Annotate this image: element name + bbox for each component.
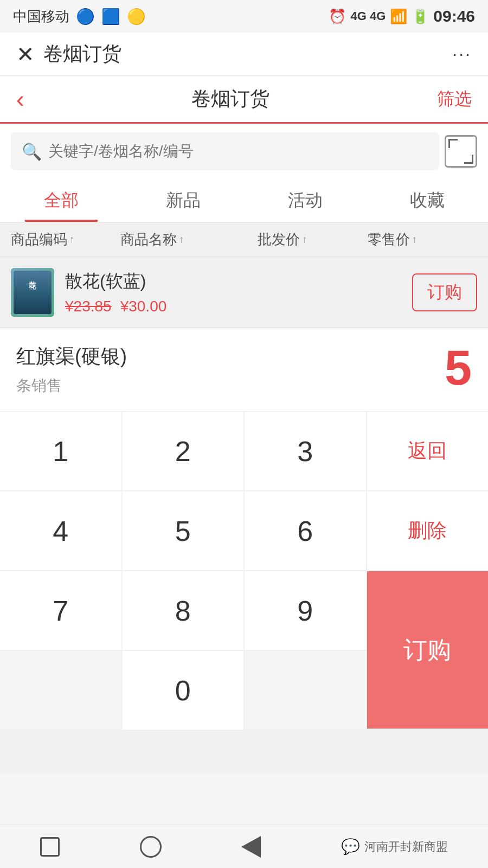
key-empty-left xyxy=(0,651,121,730)
title-bar-left: ✕ 卷烟订货 xyxy=(16,41,121,67)
back-button[interactable]: ‹ xyxy=(16,86,24,113)
tab-fav[interactable]: 收藏 xyxy=(366,179,488,222)
numpad: 1 2 3 返回 4 5 6 删除 7 8 9 订购 0 xyxy=(0,412,488,730)
app-logo-area: 💬 河南开封新商盟 xyxy=(341,838,448,856)
product-info: 散花(软蓝) ¥23.85 ¥30.00 xyxy=(65,270,401,315)
close-button[interactable]: ✕ xyxy=(16,42,35,67)
key-3[interactable]: 3 xyxy=(245,412,366,490)
key-delete[interactable]: 删除 xyxy=(367,492,489,570)
nav-recent-button[interactable] xyxy=(241,836,261,858)
tab-promo[interactable]: 活动 xyxy=(244,179,366,222)
col-header-retail[interactable]: 零售价 ↑ xyxy=(368,230,477,249)
search-bar: 🔍 xyxy=(0,124,488,179)
signal-icon: 📶 xyxy=(390,8,407,25)
key-back[interactable]: 返回 xyxy=(367,412,489,490)
title-bar: ✕ 卷烟订货 ··· xyxy=(0,33,488,76)
more-button[interactable]: ··· xyxy=(452,44,472,64)
price-retail: ¥30.00 xyxy=(120,298,167,315)
circle-icon xyxy=(140,836,162,858)
nav-title: 卷烟订货 xyxy=(191,86,269,112)
tab-all[interactable]: 全部 xyxy=(0,179,122,222)
column-headers: 商品编码 ↑ 商品名称 ↑ 批发价 ↑ 零售价 ↑ xyxy=(0,222,488,257)
carrier-label: 中国移动 xyxy=(13,7,69,26)
col-header-name[interactable]: 商品名称 ↑ xyxy=(120,230,258,249)
tab-new[interactable]: 新品 xyxy=(122,179,244,222)
search-icon: 🔍 xyxy=(22,142,42,161)
square-icon xyxy=(40,837,60,857)
search-input[interactable] xyxy=(48,143,428,160)
icon-souhu: 🔵 xyxy=(76,8,95,25)
battery-icon: 🔋 xyxy=(412,8,429,25)
col-header-wholesale[interactable]: 批发价 ↑ xyxy=(258,230,367,249)
filter-button[interactable]: 筛选 xyxy=(437,87,472,111)
scan-button[interactable] xyxy=(445,135,477,168)
key-empty-right xyxy=(245,651,366,730)
product-name: 散花(软蓝) xyxy=(65,270,401,293)
selected-product-name: 红旗渠(硬银) xyxy=(16,343,127,370)
key-8[interactable]: 8 xyxy=(123,571,244,650)
sort-arrow-name: ↑ xyxy=(179,234,184,245)
key-0[interactable]: 0 xyxy=(123,651,244,730)
price-wholesale: ¥23.85 xyxy=(65,298,112,315)
bottom-nav: 💬 河南开封新商盟 xyxy=(0,825,488,868)
key-order[interactable]: 订购 xyxy=(367,571,489,729)
nav-home-button[interactable] xyxy=(140,836,162,858)
product-card: 散花 散花(软蓝) ¥23.85 ¥30.00 订购 xyxy=(0,257,488,328)
quantity-display: 5 xyxy=(445,343,472,392)
sort-arrow-retail: ↑ xyxy=(412,234,417,245)
triangle-icon xyxy=(241,836,261,858)
selected-product-unit: 条销售 xyxy=(16,375,127,396)
num-input-area: 红旗渠(硬银) 条销售 5 xyxy=(0,328,488,412)
nav-bar: ‹ 卷烟订货 筛选 xyxy=(0,76,488,124)
network-label: 4G 4G xyxy=(350,9,386,23)
tab-bar: 全部 新品 活动 收藏 xyxy=(0,179,488,222)
search-wrap[interactable]: 🔍 xyxy=(11,132,439,170)
key-7[interactable]: 7 xyxy=(0,571,121,650)
num-input-left: 红旗渠(硬银) 条销售 xyxy=(16,343,127,396)
key-6[interactable]: 6 xyxy=(245,492,366,570)
key-4[interactable]: 4 xyxy=(0,492,121,570)
sort-arrow-wholesale: ↑ xyxy=(302,234,307,245)
icon-app3: 🟡 xyxy=(127,8,146,25)
product-image: 散花 xyxy=(11,268,54,317)
key-2[interactable]: 2 xyxy=(123,412,244,490)
wechat-icon: 💬 xyxy=(341,838,360,856)
time-label: 09:46 xyxy=(433,7,475,25)
status-left: 中国移动 🔵 🟦 🟡 xyxy=(13,7,146,26)
key-5[interactable]: 5 xyxy=(123,492,244,570)
brand-label: 河南开封新商盟 xyxy=(364,839,448,855)
key-1[interactable]: 1 xyxy=(0,412,121,490)
nav-back-button[interactable] xyxy=(40,837,60,857)
product-order-button[interactable]: 订购 xyxy=(412,273,477,311)
key-9[interactable]: 9 xyxy=(245,571,366,650)
status-right: ⏰ 4G 4G 📶 🔋 09:46 xyxy=(329,7,475,25)
col-header-code[interactable]: 商品编码 ↑ xyxy=(11,230,120,249)
sort-arrow-code: ↑ xyxy=(69,234,74,245)
status-bar: 中国移动 🔵 🟦 🟡 ⏰ 4G 4G 📶 🔋 09:46 xyxy=(0,0,488,33)
product-prices: ¥23.85 ¥30.00 xyxy=(65,298,401,315)
app-title: 卷烟订货 xyxy=(43,41,121,67)
icon-app2: 🟦 xyxy=(101,8,120,25)
alarm-icon: ⏰ xyxy=(329,8,346,25)
